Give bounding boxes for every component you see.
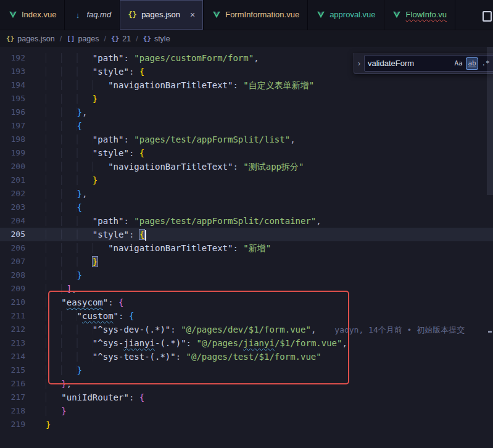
vue-file-icon [212,10,221,19]
line-number: 214 [0,350,25,363]
code-line-215[interactable]: 215 } [0,363,493,377]
line-number: 216 [0,377,25,391]
code-line-217[interactable]: 217 "uniIdRouter": { [0,391,493,404]
code-line-198[interactable]: 198 "path": "pages/test/appFormSplit/lis… [0,133,493,146]
tab-label: approval.vue [329,0,375,30]
line-number: 219 [0,418,25,431]
line-content: "uniIdRouter": { [25,391,144,404]
code-line-196[interactable]: 196 }, [0,106,493,119]
symbol-array-icon: [] [67,35,75,43]
line-number: 193 [0,65,25,78]
breadcrumb-item-21[interactable]: {}21 [111,35,131,43]
breadcrumb-label: 21 [122,35,131,43]
code-line-195[interactable]: 195 } [0,92,493,106]
code-line-202[interactable]: 202 }, [0,187,493,201]
tab-approval-vue[interactable]: approval.vue [308,0,384,30]
code-line-197[interactable]: 197 { [0,119,493,133]
breadcrumb-item-pages[interactable]: []pages [67,35,99,43]
find-query-text[interactable]: validateForm [368,59,452,68]
line-content: }, [25,187,87,201]
code-line-211[interactable]: 211 "custom": { [0,309,493,323]
code-line-200[interactable]: 200 "navigationBarTitleText": "测试app拆分" [0,160,493,173]
line-content: } [25,255,97,268]
line-content: "navigationBarTitleText": "测试app拆分" [25,160,304,173]
line-content: { [25,119,82,133]
breadcrumb-separator: / [136,35,138,43]
vue-file-icon [316,10,325,19]
line-content: "^sys-test-(.*)": "@/pages/test/$1/form.… [25,350,321,363]
tab-index-vue[interactable]: Index.vue [0,0,65,30]
line-content: "path": "pages/customForm/form", [25,51,259,65]
json-file-icon: {} [128,10,137,19]
find-toggle-whole-word[interactable]: ab [466,57,478,70]
code-line-212[interactable]: 212 "^sys-dev-(.*)": "@/pages/dev/$1/for… [0,323,493,336]
line-content: "style": { [25,228,146,241]
line-number: 208 [0,268,25,282]
code-line-201[interactable]: 201 } [0,173,493,187]
vue-file-icon [8,10,17,19]
line-content: "custom": { [25,309,134,323]
code-line-213[interactable]: 213 "^sys-jianyi-(.*)": "@/pages/jianyi/… [0,336,493,350]
editor-actions-icon[interactable] [483,11,492,22]
tab-label: FormInformation.vue [225,0,299,30]
tab-label: pages.json [141,0,180,30]
code-line-207[interactable]: 207 } [0,255,493,268]
find-toggle-match-case[interactable]: Aa [452,57,465,70]
scrollbar-thumb[interactable] [487,47,493,195]
vue-file-icon [392,10,402,19]
find-toggles: Aaab.* [452,57,492,70]
breadcrumb-separator: / [104,35,106,43]
line-content: } [25,268,82,282]
line-number: 198 [0,133,25,146]
code-line-203[interactable]: 203 { [0,201,493,214]
vscode-window: Index.vue↓faq.md{}pages.json×FormInforma… [0,0,493,448]
line-content: } [25,173,97,187]
editor-scrollbar[interactable] [487,47,493,448]
code-line-218[interactable]: 218 } [0,404,493,418]
breadcrumb-label: pages [78,35,99,43]
code-line-205[interactable]: 205 "style": { [0,228,493,241]
symbol-object-icon: {} [143,35,151,43]
tab-faq-md[interactable]: ↓faq.md [65,0,120,30]
code-line-208[interactable]: 208 } [0,268,493,282]
code-line-219[interactable]: 219} [0,418,493,431]
line-content: "^sys-jianyi-(.*)": "@/pages/jianyi/$1/f… [25,336,347,350]
line-number: 210 [0,296,25,309]
code-line-206[interactable]: 206 "navigationBarTitleText": "新增" [0,241,493,255]
tab-flowinfo-vu[interactable]: FlowInfo.vu [384,0,455,30]
tab-forminformation-vue[interactable]: FormInformation.vue [204,0,308,30]
overview-ruler-mark [488,331,492,333]
find-widget: › validateForm Aaab.* [354,53,493,74]
tab-label: Index.vue [22,0,56,30]
code-line-194[interactable]: 194 "navigationBarTitleText": "自定义表单新增" [0,78,493,92]
line-number: 212 [0,323,25,336]
toggle-replace-chevron-icon[interactable]: › [354,59,364,68]
line-content: { [25,201,82,214]
code-line-214[interactable]: 214 "^sys-test-(.*)": "@/pages/test/$1/f… [0,350,493,363]
code-editor[interactable]: 192 "path": "pages/customForm/form",193 … [0,47,493,448]
line-number: 192 [0,51,25,65]
line-number: 205 [0,228,25,241]
line-number: 207 [0,255,25,268]
close-tab-icon[interactable]: × [190,10,195,19]
code-line-199[interactable]: 199 "style": { [0,146,493,160]
tab-label: faq.md [86,0,111,30]
code-line-209[interactable]: 209 ], [0,282,493,296]
text-cursor [145,230,146,241]
json-file-icon: {} [6,35,14,43]
code-line-210[interactable]: 210 "easycom": { [0,296,493,309]
line-number: 199 [0,146,25,160]
breadcrumb-item-style[interactable]: {}style [143,35,170,43]
line-content: "path": "pages/test/appFormSplit/list", [25,133,296,146]
find-input[interactable]: validateForm Aaab.* [364,55,493,72]
code-line-216[interactable]: 216 }, [0,377,493,391]
line-number: 194 [0,78,25,92]
breadcrumb-label: style [154,35,170,43]
line-number: 209 [0,282,25,296]
breadcrumb-item-pages-json[interactable]: {}pages.json [6,35,55,43]
line-number: 215 [0,363,25,377]
code-line-204[interactable]: 204 "path": "pages/test/appFormSplit/con… [0,214,493,228]
line-content: } [25,92,97,106]
tab-pages-json[interactable]: {}pages.json× [120,0,204,30]
breadcrumb: {}pages.json/[]pages/{}21/{}style [0,30,493,47]
